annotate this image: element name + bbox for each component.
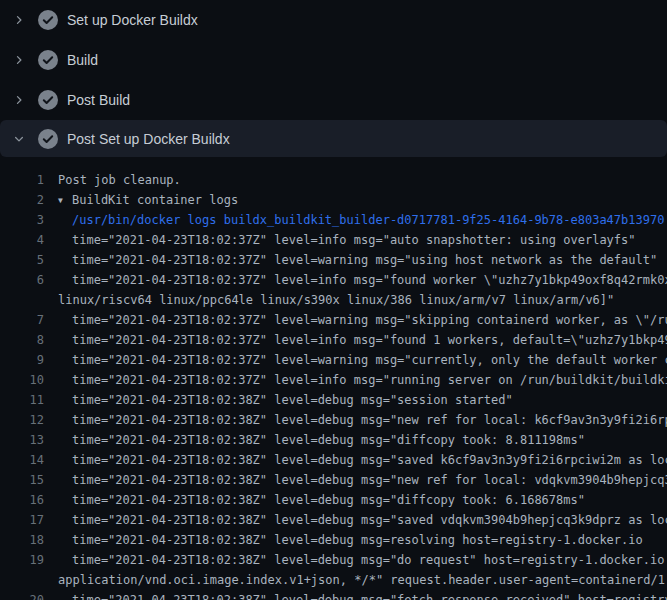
log-line: 17 time="2021-04-23T18:02:38Z" level=deb… — [0, 510, 667, 530]
line-number[interactable] — [0, 570, 44, 590]
line-number[interactable]: 11 — [0, 390, 44, 410]
log-text: time="2021-04-23T18:02:38Z" level=debug … — [58, 550, 667, 570]
log-line: 19 time="2021-04-23T18:02:38Z" level=deb… — [0, 550, 667, 570]
log-text: Post job cleanup. — [58, 170, 181, 190]
log-line: 9 time="2021-04-23T18:02:37Z" level=warn… — [0, 350, 667, 370]
line-number[interactable]: 16 — [0, 490, 44, 510]
group-title[interactable]: BuildKit container logs — [72, 193, 238, 207]
log-text: time="2021-04-23T18:02:38Z" level=debug … — [58, 490, 585, 510]
step-row[interactable]: Build — [0, 40, 667, 80]
log-text: time="2021-04-23T18:02:37Z" level=info m… — [58, 370, 667, 390]
step-row[interactable]: Post Build — [0, 80, 667, 120]
log-line: 18 time="2021-04-23T18:02:38Z" level=deb… — [0, 530, 667, 550]
log-text: time="2021-04-23T18:02:37Z" level=info m… — [58, 230, 636, 250]
log-text: ▼BuildKit container logs — [58, 190, 238, 210]
line-number[interactable]: 4 — [0, 230, 44, 250]
log-text: time="2021-04-23T18:02:37Z" level=info m… — [58, 270, 667, 290]
actions-log-viewer: Set up Docker Buildx Build Post Build — [0, 0, 667, 600]
log-line: 13 time="2021-04-23T18:02:38Z" level=deb… — [0, 430, 667, 450]
line-number[interactable]: 5 — [0, 250, 44, 270]
step-label: Post Build — [67, 92, 130, 108]
log-line: 8 time="2021-04-23T18:02:37Z" level=info… — [0, 330, 667, 350]
command-text: /usr/bin/docker logs buildx_buildkit_bui… — [58, 210, 664, 230]
log-line: 11 time="2021-04-23T18:02:38Z" level=deb… — [0, 390, 667, 410]
group-collapse-icon[interactable]: ▼ — [58, 191, 72, 211]
check-circle-icon — [38, 129, 58, 149]
chevron-down-icon — [13, 131, 25, 147]
line-number[interactable]: 3 — [0, 210, 44, 230]
chevron-right-icon — [13, 12, 25, 28]
line-number[interactable]: 15 — [0, 470, 44, 490]
line-number[interactable]: 12 — [0, 410, 44, 430]
line-number[interactable]: 7 — [0, 310, 44, 330]
log-line: 7 time="2021-04-23T18:02:37Z" level=warn… — [0, 310, 667, 330]
line-number[interactable]: 20 — [0, 590, 44, 600]
check-circle-icon — [38, 50, 58, 70]
line-number[interactable]: 8 — [0, 330, 44, 350]
line-number[interactable]: 10 — [0, 370, 44, 390]
line-number[interactable]: 18 — [0, 530, 44, 550]
log-line: 20 time="2021-04-23T18:02:38Z" level=deb… — [0, 590, 667, 600]
line-number[interactable]: 17 — [0, 510, 44, 530]
chevron-right-icon — [13, 52, 25, 68]
line-number[interactable]: 1 — [0, 170, 44, 190]
log-line: 3 /usr/bin/docker logs buildx_buildkit_b… — [0, 210, 667, 230]
log-text: linux/riscv64 linux/ppc64le linux/s390x … — [58, 290, 614, 310]
step-label: Post Set up Docker Buildx — [67, 131, 230, 147]
log-line: 14 time="2021-04-23T18:02:38Z" level=deb… — [0, 450, 667, 470]
line-number[interactable]: 14 — [0, 450, 44, 470]
log-line: 12 time="2021-04-23T18:02:38Z" level=deb… — [0, 410, 667, 430]
log-text: time="2021-04-23T18:02:38Z" level=debug … — [58, 390, 513, 410]
step-row[interactable]: Set up Docker Buildx — [0, 0, 667, 40]
check-circle-icon — [38, 90, 58, 110]
chevron-right-icon — [13, 92, 25, 108]
line-number[interactable]: 19 — [0, 550, 44, 570]
log-text: time="2021-04-23T18:02:37Z" level=warnin… — [58, 350, 667, 370]
line-number[interactable]: 13 — [0, 430, 44, 450]
check-circle-icon — [38, 10, 58, 30]
log-text: time="2021-04-23T18:02:37Z" level=info m… — [58, 330, 667, 350]
log-area: 1 Post job cleanup. 2 ▼BuildKit containe… — [0, 157, 667, 600]
log-text: time="2021-04-23T18:02:38Z" level=debug … — [58, 510, 667, 530]
log-line: linux/riscv64 linux/ppc64le linux/s390x … — [0, 290, 667, 310]
log-text: time="2021-04-23T18:02:38Z" level=debug … — [58, 430, 585, 450]
line-number[interactable] — [0, 290, 44, 310]
log-text: time="2021-04-23T18:02:38Z" level=debug … — [58, 450, 667, 470]
line-number[interactable]: 6 — [0, 270, 44, 290]
log-text: time="2021-04-23T18:02:38Z" level=debug … — [58, 590, 667, 600]
step-label: Set up Docker Buildx — [67, 12, 198, 28]
steps-list: Set up Docker Buildx Build Post Build — [0, 0, 667, 157]
log-text: application/vnd.oci.image.index.v1+json,… — [58, 570, 667, 590]
log-text: time="2021-04-23T18:02:38Z" level=debug … — [58, 470, 667, 490]
line-number[interactable]: 2 — [0, 190, 44, 210]
log-line: 1 Post job cleanup. — [0, 170, 667, 190]
log-line: 6 time="2021-04-23T18:02:37Z" level=info… — [0, 270, 667, 290]
step-row[interactable]: Post Set up Docker Buildx — [0, 120, 667, 157]
log-text: time="2021-04-23T18:02:37Z" level=warnin… — [58, 310, 667, 330]
line-number[interactable]: 9 — [0, 350, 44, 370]
log-line: 4 time="2021-04-23T18:02:37Z" level=info… — [0, 230, 667, 250]
log-text: time="2021-04-23T18:02:38Z" level=debug … — [58, 530, 643, 550]
log-line: 16 time="2021-04-23T18:02:38Z" level=deb… — [0, 490, 667, 510]
log-line: 2 ▼BuildKit container logs — [0, 190, 667, 210]
step-label: Build — [67, 52, 98, 68]
log-text: time="2021-04-23T18:02:37Z" level=warnin… — [58, 250, 657, 270]
log-line: application/vnd.oci.image.index.v1+json,… — [0, 570, 667, 590]
log-text: time="2021-04-23T18:02:38Z" level=debug … — [58, 410, 667, 430]
log-line: 15 time="2021-04-23T18:02:38Z" level=deb… — [0, 470, 667, 490]
log-line: 5 time="2021-04-23T18:02:37Z" level=warn… — [0, 250, 667, 270]
log-line: 10 time="2021-04-23T18:02:37Z" level=inf… — [0, 370, 667, 390]
